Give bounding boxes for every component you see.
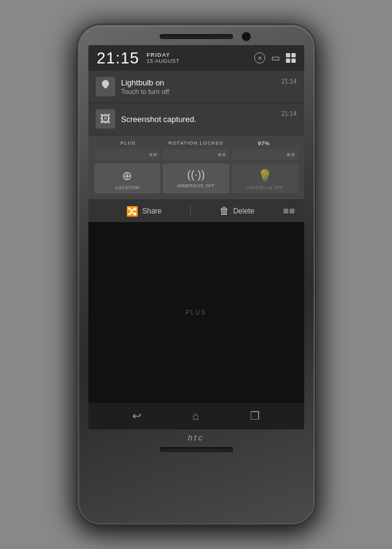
qs-row-top-labels: PLUS ROTATION LOCKED 97% [94,140,298,146]
qs-label-battery: 97% [230,140,298,146]
quick-settings-panel: PLUS ROTATION LOCKED 97% [88,135,304,199]
lightbulb-icon [96,77,115,96]
screen: 21:15 FRIDAY 15 AUGUST ✕ ▭ [88,45,304,429]
phone-body: 21:15 FRIDAY 15 AUGUST ✕ ▭ [77,24,315,525]
grid-icon[interactable] [286,53,296,63]
action-bar: 🔀 Share 🗑 Delete [88,199,304,222]
speaker-bottom [160,447,233,452]
screenshot-notif-content: Screenshot captured. [121,115,276,124]
qs-indicator-rotation [218,153,226,156]
qs-indicator-battery [287,153,294,156]
notification-screenshot[interactable]: 🖼 Screenshot captured. 21:14 [88,103,304,135]
multitask-icon[interactable]: ▭ [271,52,280,63]
qs-tile-lightbulb[interactable]: 💡 LIGHTBULB OFF [232,163,298,193]
phone-bottom: htc [160,433,233,452]
share-button[interactable]: 🔀 Share [98,206,191,217]
date-block: FRIDAY 15 AUGUST [147,52,180,64]
share-icon: 🔀 [126,206,138,217]
lightbulb-tile-icon: 💡 [257,168,273,183]
close-icon[interactable]: ✕ [254,52,265,63]
speaker-top [160,34,233,39]
lightbulb-notif-content: Lightbulb on Touch to turn off [121,78,276,95]
qs-tile-plus[interactable] [94,149,161,160]
qs-label-immersive: IMMERSIVE OFF [177,184,215,188]
nav-bar: ↩ ⌂ ❐ [88,403,304,429]
qs-label-plus: PLUS [94,140,162,146]
qs-tile-rotation[interactable] [163,149,229,160]
delete-label: Delete [233,207,254,215]
immersive-icon: ((·)) [187,168,205,181]
notification-lightbulb[interactable]: Lightbulb on Touch to turn off 21:14 [88,71,304,103]
qs-indicator-plus [149,153,157,156]
qs-indicator-row [94,149,298,160]
qs-icon-row: ⊕ LOCATION ((·)) IMMERSIVE OFF 💡 LIGHTBU… [94,163,298,193]
status-bar: 21:15 FRIDAY 15 AUGUST ✕ ▭ [88,45,304,71]
screenshot-icon: 🖼 [96,109,115,129]
qs-tile-battery[interactable] [232,149,298,160]
lightbulb-notif-sub: Touch to turn off [121,88,276,95]
qs-label-rotation: ROTATION LOCKED [162,140,230,146]
qs-tile-location[interactable]: ⊕ LOCATION [94,163,161,193]
back-button[interactable]: ↩ [132,409,141,423]
screenshot-notif-title: Screenshot captured. [121,115,276,124]
time-display: 21:15 [97,50,140,66]
date-display: 15 AUGUST [147,58,180,64]
qs-label-lightbulb: LIGHTBULB OFF [246,185,283,190]
empty-area: PLUS [88,222,304,403]
lightbulb-notif-time: 21:14 [281,77,296,85]
share-label: Share [142,207,162,215]
location-icon: ⊕ [122,168,132,183]
plus-label: PLUS [185,309,206,316]
lightbulb-notif-title: Lightbulb on [121,78,276,87]
day-name: FRIDAY [147,52,180,58]
recent-button[interactable]: ❐ [250,409,260,423]
qs-tile-immersive[interactable]: ((·)) IMMERSIVE OFF [163,163,229,193]
qs-label-location: LOCATION [115,185,139,190]
delete-icon: 🗑 [219,206,229,217]
status-icons: ✕ ▭ [254,52,296,63]
screenshot-notif-time: 21:14 [281,109,296,117]
delete-button[interactable]: 🗑 Delete [191,206,283,217]
home-button[interactable]: ⌂ [193,410,199,423]
htc-logo: htc [188,433,204,442]
notifications-panel: Lightbulb on Touch to turn off 21:14 🖼 S… [88,71,304,403]
